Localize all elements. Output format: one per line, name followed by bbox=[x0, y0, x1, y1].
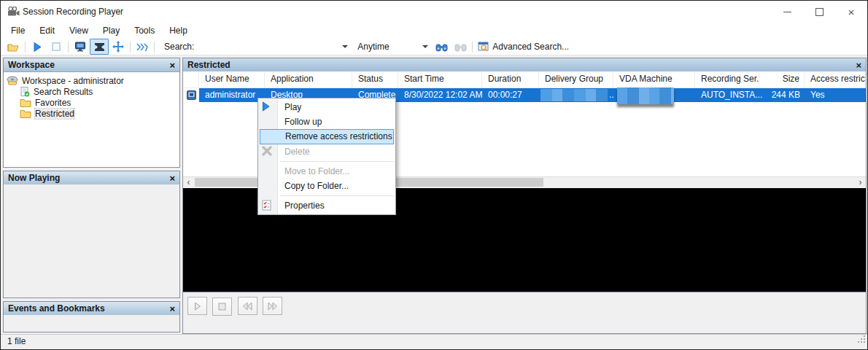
context-menu-delete[interactable]: Delete bbox=[258, 144, 395, 159]
play-button[interactable] bbox=[28, 39, 47, 55]
search-previous-button-disabled[interactable] bbox=[451, 39, 470, 55]
column-header-user-name[interactable]: User Name bbox=[199, 71, 265, 88]
toolbar-separator bbox=[25, 42, 26, 52]
pan-scale-toggle[interactable] bbox=[90, 39, 109, 55]
tree-item-restricted[interactable]: Restricted bbox=[4, 108, 179, 119]
workspace-close-icon[interactable]: × bbox=[169, 61, 175, 70]
folder-icon bbox=[20, 109, 31, 118]
context-menu-play[interactable]: Play bbox=[258, 100, 395, 114]
now-playing-close-icon[interactable]: × bbox=[169, 174, 175, 183]
close-button[interactable]: × bbox=[835, 1, 867, 23]
minimize-button[interactable] bbox=[771, 1, 803, 23]
pan-window-button[interactable] bbox=[109, 39, 128, 55]
play-icon bbox=[194, 302, 201, 311]
toolbar-separator bbox=[130, 42, 131, 52]
time-filter-dropdown[interactable]: Anytime bbox=[354, 40, 432, 53]
now-playing-body bbox=[4, 184, 179, 298]
menu-edit[interactable]: Edit bbox=[32, 23, 62, 39]
playback-rewind-button[interactable] bbox=[238, 297, 257, 315]
cell-size: 244 KB bbox=[759, 88, 805, 102]
search-button[interactable] bbox=[432, 39, 451, 55]
vda-machine-redaction bbox=[617, 88, 674, 104]
stop-button[interactable] bbox=[47, 39, 66, 55]
column-header-delivery-group[interactable]: Delivery Group bbox=[539, 71, 613, 88]
toolbar-separator bbox=[68, 42, 69, 52]
advanced-search-icon bbox=[478, 42, 489, 52]
column-header-status[interactable]: Status bbox=[352, 71, 398, 88]
stop-icon bbox=[51, 42, 61, 52]
status-text: 1 file bbox=[7, 336, 26, 346]
recordings-panel-close-icon[interactable]: × bbox=[856, 60, 861, 71]
chevron-down-icon bbox=[342, 45, 348, 48]
context-menu-copy-to-folder[interactable]: Copy to Folder... bbox=[258, 179, 395, 193]
events-bookmarks-title: Events and Bookmarks bbox=[8, 303, 105, 314]
playback-stop-button[interactable] bbox=[212, 298, 232, 316]
scroll-right-arrow-icon[interactable]: › bbox=[855, 177, 866, 187]
tree-item-label: Search Results bbox=[34, 87, 93, 97]
menu-help[interactable]: Help bbox=[162, 23, 195, 39]
workspace-tree: Workspace - administrator Search Results… bbox=[4, 72, 179, 119]
context-menu-separator bbox=[280, 161, 394, 162]
fit-screen-button[interactable] bbox=[71, 39, 90, 55]
column-header-size[interactable]: Size bbox=[759, 71, 805, 88]
tree-item-label: Restricted bbox=[35, 109, 74, 119]
workspace-panel-header: Workspace × bbox=[4, 58, 179, 72]
now-playing-panel: Now Playing × bbox=[3, 171, 180, 298]
open-folder-icon bbox=[7, 42, 20, 52]
recordings-panel-header: Restricted × bbox=[183, 58, 866, 72]
menu-play[interactable]: Play bbox=[96, 23, 127, 39]
events-bookmarks-body bbox=[4, 315, 179, 332]
fast-forward-icon bbox=[268, 302, 278, 311]
playback-fast-forward-button[interactable] bbox=[263, 297, 282, 315]
advanced-search-button[interactable]: Advanced Search... bbox=[475, 39, 575, 54]
advanced-search-label: Advanced Search... bbox=[492, 42, 569, 52]
rewind-icon bbox=[242, 302, 252, 311]
workspace-panel-title: Workspace bbox=[8, 60, 55, 70]
menu-tools[interactable]: Tools bbox=[127, 23, 162, 39]
context-menu-remove-access-restrictions[interactable]: Remove access restrictions bbox=[260, 129, 394, 144]
tree-item-favorites[interactable]: Favorites bbox=[4, 97, 179, 108]
search-input[interactable] bbox=[198, 40, 352, 53]
menu-bar: File Edit View Play Tools Help bbox=[1, 23, 867, 39]
chevron-down-icon bbox=[422, 45, 428, 48]
tree-item-label: Workspace - administrator bbox=[22, 76, 124, 86]
open-file-button[interactable] bbox=[4, 39, 23, 55]
cell-duration: 00:00:27 bbox=[482, 88, 539, 102]
move-arrows-icon bbox=[112, 41, 124, 52]
events-bookmarks-panel: Events and Bookmarks × bbox=[3, 301, 180, 332]
toolbar-separator bbox=[472, 42, 473, 52]
maximize-button[interactable] bbox=[803, 1, 835, 23]
column-header-access-restricted[interactable]: Access restrict... bbox=[805, 71, 866, 88]
folder-icon bbox=[20, 98, 31, 107]
context-menu-move-to-folder[interactable]: Move to Folder... bbox=[258, 164, 395, 179]
search-results-icon bbox=[20, 87, 30, 97]
column-header-start-time[interactable]: Start Time bbox=[398, 71, 482, 88]
menu-file[interactable]: File bbox=[4, 23, 32, 39]
delivery-group-redaction bbox=[540, 89, 608, 101]
column-header-recording-server[interactable]: Recording Ser... bbox=[695, 71, 759, 88]
menu-view[interactable]: View bbox=[62, 23, 96, 39]
stop-icon bbox=[218, 303, 226, 311]
tree-item-workspace-root[interactable]: Workspace - administrator bbox=[4, 75, 179, 86]
scroll-left-arrow-icon[interactable]: ‹ bbox=[183, 177, 194, 187]
resize-grip[interactable] bbox=[858, 334, 866, 348]
context-menu-properties[interactable]: Properties bbox=[258, 198, 395, 213]
table-header-row: User Name Application Status Start Time … bbox=[183, 71, 866, 88]
search-label: Search: bbox=[164, 42, 194, 52]
playback-play-button[interactable] bbox=[187, 297, 207, 315]
tree-item-label: Favorites bbox=[35, 98, 71, 108]
tree-item-search-results[interactable]: Search Results bbox=[4, 86, 179, 97]
more-tools-button[interactable] bbox=[133, 39, 152, 55]
maximize-icon bbox=[815, 8, 824, 16]
column-header-application[interactable]: Application bbox=[265, 71, 352, 88]
column-header-duration[interactable]: Duration bbox=[482, 71, 539, 88]
cell-start-time: 8/30/2022 12:02 AM bbox=[398, 88, 482, 102]
events-bookmarks-close-icon[interactable]: × bbox=[169, 304, 175, 314]
recording-type-icon bbox=[183, 88, 199, 102]
context-menu-follow-up[interactable]: Follow up bbox=[258, 114, 395, 129]
column-header-vda-machine[interactable]: VDA Machine bbox=[613, 71, 695, 88]
binoculars-icon bbox=[435, 42, 448, 52]
chevrons-icon bbox=[136, 43, 148, 51]
close-icon: × bbox=[848, 7, 855, 18]
delete-x-icon bbox=[262, 146, 272, 160]
